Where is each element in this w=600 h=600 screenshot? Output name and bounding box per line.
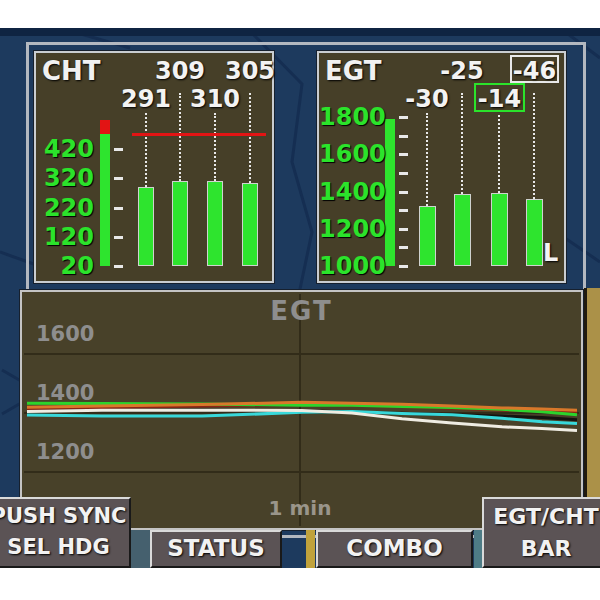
- cht-tick-320: [114, 177, 123, 180]
- trend-lines: [24, 294, 583, 530]
- top-dark-band: [0, 28, 600, 36]
- side-menu-strip: [584, 288, 600, 532]
- trend-line-cyl-cyan: [27, 411, 577, 423]
- cht-value-cyl4: 305: [220, 57, 280, 85]
- egt-delta-cyl3: -14: [478, 85, 521, 113]
- underlying-gap-slate: [130, 530, 152, 568]
- egt-tick-1700: [399, 135, 408, 138]
- push-sync-sel-hdg-button[interactable]: PUSH SYNC SEL HDG: [0, 497, 131, 568]
- egt-trend-panel: EGT 1600 1400 1200: [20, 290, 583, 530]
- cht-scale-green: [100, 134, 110, 266]
- egt-axis-label-1800: 1800: [319, 103, 381, 129]
- cht-bar-4: [242, 183, 258, 266]
- cht-bar-3: [207, 181, 223, 266]
- cht-scale-red: [100, 120, 110, 135]
- egt-axis-label-1200: 1200: [319, 215, 381, 241]
- cht-redline: [132, 133, 266, 136]
- egt-cht-bar-button[interactable]: EGT/CHT BAR: [482, 497, 600, 568]
- egt-delta-cyl2: -25: [432, 57, 492, 85]
- egt-bar-3: [491, 193, 508, 266]
- cht-axis-label-20: 20: [38, 252, 94, 278]
- egt-axis-label-1400: 1400: [319, 178, 381, 204]
- cht-tick-220: [114, 207, 123, 210]
- push-sync-label: PUSH SYNC: [0, 501, 129, 532]
- cht-stem-3: [214, 113, 216, 181]
- cht-tick-120: [114, 236, 123, 239]
- lean-mode-flag: L: [543, 239, 558, 267]
- cht-tick-20: [114, 265, 123, 268]
- cht-axis-label-220: 220: [38, 194, 94, 220]
- cht-stem-1: [145, 113, 147, 187]
- egt-panel: EGT -25 -46 -30 -14 18001600140012001000…: [317, 51, 566, 283]
- underlying-gap-yellow: [306, 530, 315, 568]
- sel-hdg-label: SEL HDG: [0, 532, 129, 563]
- cht-bar-2: [172, 181, 188, 266]
- cht-stem-2: [179, 93, 181, 181]
- egt-stem-3: [498, 115, 500, 193]
- bar-label: BAR: [484, 533, 600, 565]
- egt-tick-1300: [399, 209, 408, 212]
- egt-delta-cyl3-boxed: -14: [474, 83, 525, 112]
- egt-tick-1100: [399, 246, 408, 249]
- trend-time-scale-label: 1 min: [255, 496, 345, 520]
- egt-delta-cyl4: -46: [513, 57, 556, 85]
- egt-stem-1: [426, 113, 428, 206]
- egt-bar-4: [526, 199, 543, 266]
- egt-tick-1500: [399, 172, 408, 175]
- cht-panel: CHT 309 305 291 310 42032022012020: [34, 51, 274, 283]
- egt-tick-1400: [399, 191, 408, 194]
- egt-stem-4: [533, 93, 535, 199]
- egt-stem-2: [461, 93, 463, 194]
- cht-value-cyl1: 291: [116, 85, 176, 113]
- cht-axis-label-320: 320: [38, 164, 94, 190]
- cht-title: CHT: [42, 56, 101, 86]
- cht-axis-label-420: 420: [38, 135, 94, 161]
- combo-button[interactable]: COMBO: [316, 530, 473, 568]
- cht-tick-420: [114, 148, 123, 151]
- egt-axis-label-1600: 1600: [319, 140, 381, 166]
- egt-scale-green: [385, 119, 395, 266]
- egt-tick-1600: [399, 153, 408, 156]
- egt-delta-cyl4-boxed: -46: [510, 55, 559, 83]
- cht-axis-label-120: 120: [38, 223, 94, 249]
- cht-value-cyl2: 309: [150, 57, 210, 85]
- egt-axis-label-1000: 1000: [319, 252, 381, 278]
- cht-value-cyl3: 310: [185, 85, 245, 113]
- egt-cht-label: EGT/CHT: [484, 501, 600, 533]
- egt-bar-1: [419, 206, 436, 266]
- cht-bar-1: [138, 187, 154, 266]
- status-button[interactable]: STATUS: [150, 530, 282, 568]
- egt-bar-2: [454, 194, 471, 266]
- egt-title: EGT: [325, 56, 381, 86]
- egt-tick-1800: [399, 116, 408, 119]
- underlying-gap-teal: [474, 530, 482, 568]
- egt-tick-1200: [399, 228, 408, 231]
- egt-delta-cyl1: -30: [397, 85, 457, 113]
- cht-stem-4: [249, 93, 251, 183]
- egt-tick-1000: [399, 265, 408, 268]
